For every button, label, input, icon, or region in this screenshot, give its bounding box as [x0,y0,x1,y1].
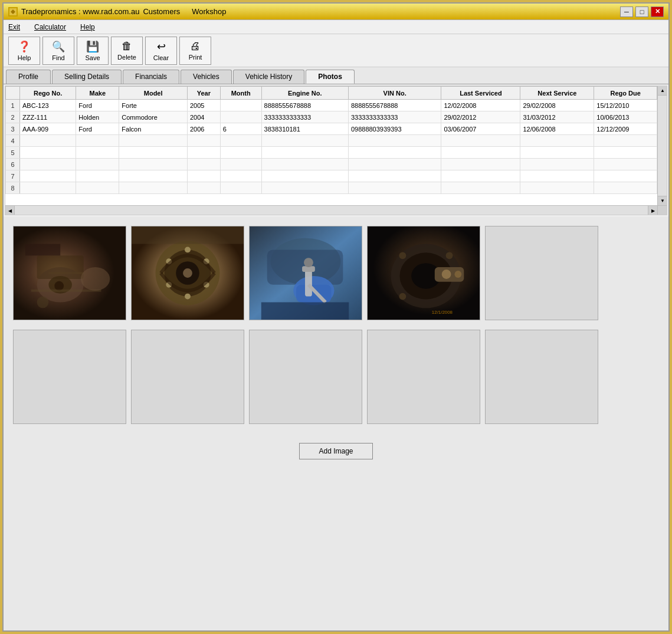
cell-next-service[interactable]: 12/06/2008 [520,123,594,135]
photo-cell-2[interactable] [131,226,244,320]
cell-make[interactable] [76,170,119,182]
cell-rego-due[interactable] [594,170,657,182]
cell-engine[interactable]: 8888555678888 [261,100,348,111]
cell-month[interactable] [220,147,261,159]
cell-next-service[interactable]: 31/03/2012 [520,111,594,123]
help-button[interactable]: ❓ Help [8,37,40,65]
cell-next-service[interactable] [520,135,594,147]
cell-rego[interactable]: AAA-909 [20,123,76,135]
cell-rego-due[interactable] [594,147,657,159]
cell-model[interactable] [119,159,188,170]
cell-year[interactable] [188,135,221,147]
cell-month[interactable] [220,111,261,123]
cell-year[interactable] [188,159,221,170]
customers-nav[interactable]: Customers [143,7,180,16]
cell-next-service[interactable] [520,159,594,170]
cell-vin[interactable] [348,182,441,194]
cell-rego-due[interactable]: 15/12/2010 [594,100,657,111]
cell-engine[interactable] [261,159,348,170]
maximize-button[interactable]: □ [635,6,648,17]
cell-year[interactable]: 2006 [188,123,221,135]
cell-make[interactable]: Ford [76,100,119,111]
photo-cell-7[interactable] [131,330,244,424]
cell-engine[interactable]: 3333333333333 [261,111,348,123]
cell-make[interactable] [76,147,119,159]
table-scroll[interactable]: Rego No. Make Model Year Month Engine No… [5,86,657,206]
cell-rego[interactable] [20,159,76,170]
clear-button[interactable]: ↩ Clear [145,37,177,65]
cell-rego[interactable] [20,182,76,194]
vscroll-down[interactable]: ▼ [658,196,667,205]
print-button[interactable]: 🖨 Print [179,37,211,65]
cell-model[interactable]: Forte [119,100,188,111]
vscroll-up[interactable]: ▲ [658,86,667,96]
menu-help[interactable]: Help [78,22,97,32]
menu-calculator[interactable]: Calculator [32,22,68,32]
save-button[interactable]: 💾 Save [77,37,109,65]
cell-year[interactable]: 2004 [188,111,221,123]
cell-engine[interactable]: 3838310181 [261,123,348,135]
cell-next-service[interactable]: 29/02/2008 [520,100,594,111]
hscroll-left[interactable]: ◀ [5,206,15,215]
cell-vin[interactable] [348,159,441,170]
cell-month[interactable] [220,159,261,170]
cell-last-serviced[interactable] [441,147,520,159]
cell-make[interactable]: Ford [76,123,119,135]
cell-rego-due[interactable]: 12/12/2009 [594,123,657,135]
cell-model[interactable] [119,182,188,194]
cell-vin[interactable]: 8888555678888 [348,100,441,111]
cell-rego-due[interactable] [594,159,657,170]
photo-cell-5[interactable] [485,226,598,320]
cell-make[interactable] [76,159,119,170]
find-button[interactable]: 🔍 Find [42,37,74,65]
cell-vin[interactable]: 09888803939393 [348,123,441,135]
cell-next-service[interactable] [520,170,594,182]
cell-month[interactable]: 6 [220,123,261,135]
tab-photos[interactable]: Photos [306,70,355,84]
photo-cell-6[interactable] [13,330,126,424]
cell-rego[interactable]: ABC-123 [20,100,76,111]
cell-model[interactable]: Falcon [119,123,188,135]
cell-make[interactable] [76,182,119,194]
cell-year[interactable] [188,170,221,182]
add-image-button[interactable]: Add Image [299,443,372,459]
cell-last-serviced[interactable] [441,170,520,182]
cell-engine[interactable] [261,170,348,182]
cell-year[interactable] [188,182,221,194]
cell-model[interactable] [119,135,188,147]
hscroll-right[interactable]: ▶ [648,206,657,215]
photo-cell-3[interactable] [249,226,362,320]
cell-vin[interactable] [348,135,441,147]
cell-rego[interactable] [20,170,76,182]
cell-month[interactable] [220,100,261,111]
cell-next-service[interactable] [520,147,594,159]
cell-rego[interactable]: ZZZ-111 [20,111,76,123]
cell-vin[interactable]: 3333333333333 [348,111,441,123]
cell-last-serviced[interactable] [441,159,520,170]
cell-month[interactable] [220,135,261,147]
cell-last-serviced[interactable] [441,135,520,147]
photo-cell-1[interactable] [13,226,126,320]
cell-rego[interactable] [20,135,76,147]
cell-year[interactable] [188,147,221,159]
cell-engine[interactable] [261,147,348,159]
cell-last-serviced[interactable] [441,182,520,194]
photo-cell-8[interactable] [249,330,362,424]
cell-month[interactable] [220,182,261,194]
cell-month[interactable] [220,170,261,182]
cell-rego[interactable] [20,147,76,159]
cell-make[interactable]: Holden [76,111,119,123]
cell-engine[interactable] [261,135,348,147]
cell-last-serviced[interactable]: 29/02/2012 [441,111,520,123]
tab-vehicle-history[interactable]: Vehicle History [233,70,304,84]
cell-last-serviced[interactable]: 03/06/2007 [441,123,520,135]
photo-cell-9[interactable] [367,330,480,424]
cell-rego-due[interactable] [594,182,657,194]
photo-cell-10[interactable] [485,330,598,424]
tab-profile[interactable]: Profile [6,70,51,84]
tab-vehicles[interactable]: Vehicles [181,70,232,84]
cell-next-service[interactable] [520,182,594,194]
table-vscroll[interactable]: ▲ ▼ [657,86,667,205]
workshop-nav[interactable]: Workshop [192,7,226,16]
cell-vin[interactable] [348,170,441,182]
